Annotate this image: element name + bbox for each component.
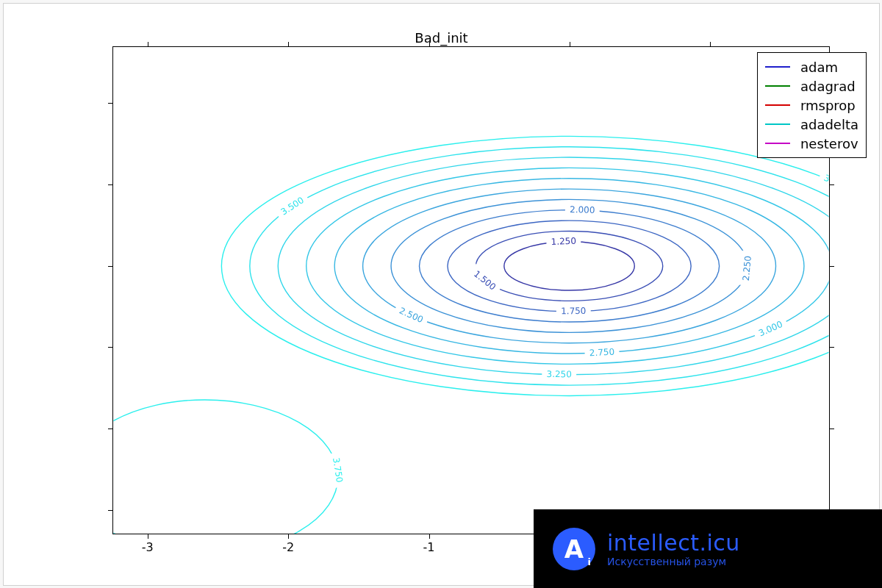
legend-item: adagrad: [765, 76, 858, 96]
legend-item: adam: [765, 57, 858, 76]
legend-swatch: [765, 66, 790, 68]
contour-line: [250, 147, 882, 385]
y-tick-mark: [830, 184, 834, 185]
legend-label: adagrad: [800, 79, 856, 94]
x-tick-label: -2: [273, 540, 303, 554]
legend-swatch: [765, 104, 790, 106]
legend-swatch: [765, 123, 790, 125]
watermark-main: intellect.icu: [607, 530, 740, 556]
watermark-logo: A: [553, 528, 595, 570]
legend-swatch: [765, 85, 790, 87]
contour-label: 2.750: [589, 347, 615, 359]
plot-axes: 1.2501.5001.7502.0002.2502.5002.7503.000…: [112, 46, 830, 534]
contour-line: [221, 136, 882, 395]
contour-label: 1.750: [561, 306, 586, 316]
x-tick-label: -1: [415, 540, 444, 554]
legend-label: adam: [800, 60, 838, 75]
y-tick-mark: [830, 266, 834, 267]
contour-line: [278, 157, 861, 375]
x-tick-label: -3: [133, 540, 162, 554]
figure: Bad_init -3-2-1012 -3-2-101 1.2501.5001.…: [3, 3, 880, 586]
contour-plot: 1.2501.5001.7502.0002.2502.5002.7503.000…: [113, 47, 829, 534]
x-tick-mark: [148, 534, 148, 539]
x-tick-mark: [429, 534, 430, 539]
watermark: A intellect.icu Искусственный разум: [534, 509, 882, 588]
legend: adamadagradrmspropadadeltanesterov: [757, 52, 867, 158]
contour-label: 1.250: [551, 236, 576, 247]
y-tick-mark: [830, 429, 834, 429]
watermark-sub: Искусственный разум: [607, 556, 740, 567]
contour-label: 3.750: [822, 173, 850, 193]
contour-label: 2.000: [570, 204, 595, 215]
contour-line: [71, 400, 338, 554]
legend-item: adadelta: [765, 115, 858, 134]
legend-item: rmsprop: [765, 96, 858, 115]
legend-label: adadelta: [800, 117, 858, 132]
contour-label: 3.250: [547, 369, 572, 379]
y-tick-mark: [830, 347, 834, 348]
legend-item: nesterov: [765, 134, 858, 153]
chart-title: Bad_init: [4, 30, 879, 46]
legend-label: nesterov: [800, 136, 858, 151]
legend-label: rmsprop: [800, 98, 856, 113]
legend-swatch: [765, 143, 790, 144]
x-tick-mark: [288, 534, 289, 539]
